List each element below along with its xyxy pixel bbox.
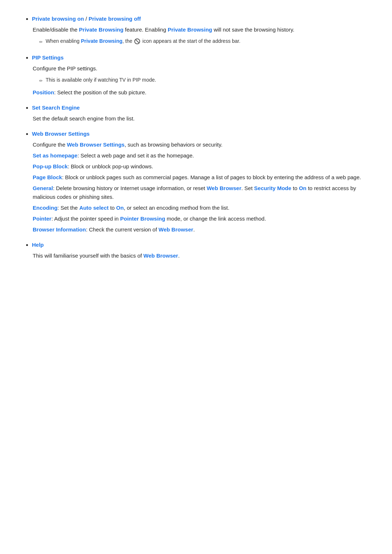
private-browsing-note-link[interactable]: Private Browsing bbox=[81, 38, 122, 44]
web-browser-link-info[interactable]: Web Browser bbox=[159, 226, 193, 233]
browser-info-text-2: . bbox=[193, 226, 195, 233]
general-sub: General: Delete browsing history or Inte… bbox=[32, 184, 370, 201]
separator: / bbox=[86, 16, 89, 22]
browser-information-link[interactable]: Browser Information bbox=[33, 226, 86, 233]
browser-info-text-1: : Check the current version of bbox=[86, 226, 159, 233]
general-link[interactable]: General bbox=[33, 185, 53, 191]
help-text-2: . bbox=[178, 253, 180, 259]
wb-body-text-1: Configure the bbox=[33, 141, 67, 148]
encoding-link[interactable]: Encoding bbox=[33, 205, 57, 211]
note-text: When enabling Private Browsing, the icon… bbox=[46, 37, 241, 45]
private-browsing-on-link[interactable]: Private browsing on bbox=[32, 16, 84, 22]
private-browsing-link-1[interactable]: Private Browsing bbox=[79, 26, 124, 33]
web-browser-settings-body: Configure the Web Browser Settings, such… bbox=[32, 140, 370, 149]
pointer-text-2: mode, or change the link access method. bbox=[165, 216, 266, 222]
help-text-1: This will familiarise yourself with the … bbox=[33, 253, 143, 259]
private-browsing-off-link[interactable]: Private browsing off bbox=[89, 16, 141, 22]
web-browser-link-general[interactable]: Web Browser bbox=[207, 185, 241, 191]
list-item-private-browsing: Private browsing on / Private browsing o… bbox=[32, 15, 370, 47]
auto-select-link[interactable]: Auto select bbox=[79, 205, 109, 211]
private-browsing-link-2[interactable]: Private Browsing bbox=[168, 26, 212, 33]
set-as-homepage-sub: Set as homepage: Select a web page and s… bbox=[32, 151, 370, 160]
pip-position-sub: Position: Select the position of the sub… bbox=[32, 88, 370, 97]
general-text-3: to bbox=[291, 185, 299, 191]
list-item-web-browser-settings: Web Browser Settings Configure the Web B… bbox=[32, 130, 370, 234]
encoding-on-link[interactable]: On bbox=[116, 205, 124, 211]
page-block-text: : Block or unblock pages such as commerc… bbox=[62, 174, 361, 180]
pencil-icon-2: ✏ bbox=[39, 76, 43, 86]
pip-settings-link[interactable]: PIP Settings bbox=[32, 54, 64, 61]
general-text-2: . Set bbox=[241, 185, 254, 191]
pip-settings-body: Configure the PIP settings. bbox=[32, 64, 370, 73]
body-text-3: will not save the browsing history. bbox=[212, 26, 294, 33]
page-block-sub: Page Block: Block or unblock pages such … bbox=[32, 173, 370, 182]
help-link[interactable]: Help bbox=[32, 242, 44, 248]
pip-position-link[interactable]: Position bbox=[33, 89, 54, 95]
general-text-1: : Delete browsing history or Internet us… bbox=[53, 185, 207, 191]
set-as-homepage-link[interactable]: Set as homepage bbox=[33, 152, 77, 159]
main-list: Private browsing on / Private browsing o… bbox=[22, 15, 370, 260]
list-item-set-search-engine: Set Search Engine Set the default search… bbox=[32, 103, 370, 123]
pointer-link[interactable]: Pointer bbox=[33, 216, 52, 222]
private-browsing-body: Enable/disable the Private Browsing feat… bbox=[32, 25, 370, 34]
pointer-browsing-link[interactable]: Pointer Browsing bbox=[120, 216, 165, 222]
help-body: This will familiarise yourself with the … bbox=[32, 251, 370, 260]
pointer-text-1: : Adjust the pointer speed in bbox=[52, 216, 120, 222]
security-on-link[interactable]: On bbox=[299, 185, 306, 191]
set-search-engine-text: Set the default search engine from the l… bbox=[33, 115, 135, 122]
body-text-2: feature. Enabling bbox=[123, 26, 168, 33]
pip-note-text: This is available only if watching TV in… bbox=[46, 76, 156, 84]
popup-block-sub: Pop-up Block: Block or unblock pop-up wi… bbox=[32, 162, 370, 171]
pip-position-text: : Select the position of the sub picture… bbox=[54, 89, 146, 95]
browser-info-sub: Browser Information: Check the current v… bbox=[32, 225, 370, 234]
web-browser-settings-inline-link[interactable]: Web Browser Settings bbox=[67, 141, 124, 148]
page-block-link[interactable]: Page Block bbox=[33, 174, 62, 180]
encoding-text-3: , or select an encoding method from the … bbox=[124, 205, 229, 211]
list-item-help: Help This will familiarise yourself with… bbox=[32, 241, 370, 260]
prohibited-icon bbox=[134, 38, 140, 44]
web-browser-settings-link[interactable]: Web Browser Settings bbox=[32, 131, 90, 137]
popup-block-text: : Block or unblock pop-up windows. bbox=[68, 163, 153, 169]
body-text-1: Enable/disable the bbox=[33, 26, 79, 33]
encoding-text-1: : Set the bbox=[57, 205, 79, 211]
popup-block-link[interactable]: Pop-up Block bbox=[33, 163, 68, 169]
security-mode-link[interactable]: Security Mode bbox=[254, 185, 291, 191]
list-item-pip-settings: PIP Settings Configure the PIP settings.… bbox=[32, 53, 370, 97]
set-as-homepage-text: : Select a web page and set it as the ho… bbox=[77, 152, 194, 159]
pip-body-text: Configure the PIP settings. bbox=[33, 65, 97, 71]
set-search-engine-link[interactable]: Set Search Engine bbox=[32, 104, 80, 111]
private-browsing-note: ✏ When enabling Private Browsing, the ic… bbox=[39, 37, 370, 47]
pencil-icon: ✏ bbox=[39, 37, 43, 47]
set-search-engine-body: Set the default search engine from the l… bbox=[32, 114, 370, 123]
pointer-sub: Pointer: Adjust the pointer speed in Poi… bbox=[32, 214, 370, 223]
wb-body-text-2: , such as browsing behaviors or security… bbox=[124, 141, 222, 148]
encoding-text-2: to bbox=[109, 205, 116, 211]
pip-note: ✏ This is available only if watching TV … bbox=[39, 76, 370, 86]
encoding-sub: Encoding: Set the Auto select to On, or … bbox=[32, 204, 370, 212]
web-browser-link-help[interactable]: Web Browser bbox=[143, 253, 178, 259]
